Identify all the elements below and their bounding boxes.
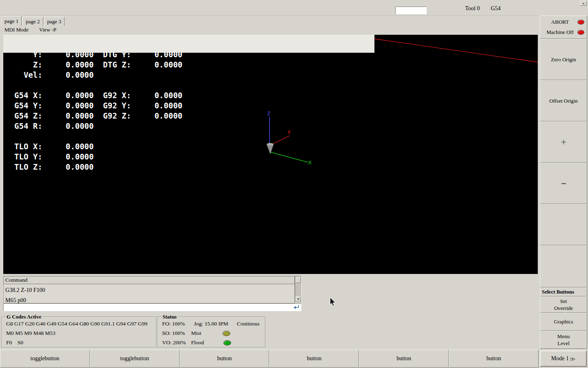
dro-line: TLO Y: 0.0000 <box>14 152 183 162</box>
scroll-up-button[interactable]: ▲ <box>580 1 587 6</box>
command-input[interactable] <box>4 304 293 310</box>
flood-label: Flood <box>191 339 204 346</box>
graphics-label: Graphics <box>554 319 573 325</box>
dro-line: Z: 0.0000 DTG Z: 0.0000 <box>14 60 183 70</box>
command-title: Command <box>5 277 27 283</box>
up-arrow-icon: ▲ <box>582 2 585 4</box>
bottom-button-5[interactable]: button <box>359 350 449 368</box>
y-axis-line <box>272 136 290 144</box>
graphics-button[interactable]: Graphics <box>540 313 587 331</box>
offset-origin-label: Offset Origin <box>549 98 577 104</box>
dro-line: TLO X: 0.0000 <box>14 141 183 152</box>
x-axis-label: X <box>308 159 312 166</box>
zoom-out-button[interactable] <box>540 163 587 204</box>
power-cell: ABORT Machine Off <box>540 16 587 39</box>
plus-icon <box>561 139 566 145</box>
bottom-button-4[interactable]: button <box>269 350 359 368</box>
command-header: Command <box>3 276 295 284</box>
command-input-wrap <box>3 303 301 311</box>
zero-origin-button[interactable]: Zero Origin <box>540 39 587 80</box>
preview-canvas[interactable]: Y: 0.0000 DTG Y: 0.0000 Z: 0.0000 DTG Z:… <box>3 35 538 274</box>
mode-button[interactable]: Mode 1 ▷▷ <box>540 350 587 367</box>
dro-line: TLO Z: 0.0000 <box>14 162 183 172</box>
dro-line: G54 R: 0.0000 <box>14 121 183 131</box>
dro-line: G54 Z: 0.0000 G92 Z: 0.0000 <box>14 111 183 121</box>
mist-label: Mist <box>191 330 201 337</box>
toggle-button-1[interactable]: togglebutton <box>0 350 90 368</box>
tool-cone-top <box>267 143 274 146</box>
down-arrow-icon: ▼ <box>297 298 300 301</box>
active-gcodes: G8 G17 G20 G40 G49 G54 G64 G80 G90 G91.1… <box>6 321 147 327</box>
tab-page-2[interactable]: page 2 <box>22 17 43 26</box>
bottom-button-3[interactable]: button <box>180 350 270 368</box>
x-axis-line <box>270 152 308 162</box>
active-mcodes: M0 M5 M9 M48 M53 <box>6 330 56 337</box>
active-wcs-label: G54 <box>491 5 501 12</box>
top-separator <box>0 15 539 16</box>
mouse-cursor <box>330 297 337 308</box>
mode-label: Mode 1 <box>551 355 569 362</box>
spindle-override-value: SO: 100% <box>162 330 185 337</box>
top-entry-field[interactable] <box>395 7 427 14</box>
jog-mode-value: Continous <box>237 321 260 327</box>
menu-view-p[interactable]: View -P <box>38 26 58 34</box>
menu-level-button[interactable]: Menu Level <box>540 331 587 349</box>
y-axis-label: Y <box>287 129 291 135</box>
dro-line <box>14 80 183 90</box>
command-scrollbar[interactable]: ▼ <box>295 276 302 303</box>
feed-override-value: FO: 100% <box>162 321 185 327</box>
dro-line: G54 X: 0.0000 G92 X: 0.0000 <box>14 90 183 101</box>
jog-speed-value: Jog: 15.00 IPM <box>194 321 228 327</box>
machine-off-led <box>577 30 584 35</box>
abort-button[interactable]: ABORT <box>540 17 587 27</box>
select-buttons-header: Select Buttons <box>540 287 587 296</box>
dro-line: G54 Y: 0.0000 G92 Y: 0.0000 <box>14 101 183 111</box>
bottom-button-bar: togglebutton togglebutton button button … <box>0 350 539 368</box>
command-history-item[interactable]: G38.2 Z-10 F100 <box>4 285 294 295</box>
sidebar-blank-button-2[interactable] <box>540 245 587 287</box>
gcodes-frame-title: G Codes Active <box>5 314 42 320</box>
dro-display: Y: 0.0000 DTG Y: 0.0000 Z: 0.0000 DTG Z:… <box>14 49 183 172</box>
set-override-button[interactable]: Set Override <box>540 296 587 313</box>
enter-icon <box>293 305 299 310</box>
tab-page-1[interactable]: page 1 <box>1 16 22 26</box>
tab-page-3[interactable]: page 3 <box>44 17 65 26</box>
menu-level-label: Menu Level <box>557 333 570 347</box>
page-tabs: page 1 page 2 page 3 <box>1 16 65 26</box>
machine-off-button[interactable]: Machine Off <box>540 27 587 38</box>
fast-forward-icon: ▷▷ <box>570 357 575 361</box>
status-frame: Status FO: 100% Jog: 15.00 IPM Continous… <box>157 316 266 348</box>
sidebar-blank-button-1[interactable] <box>540 204 587 245</box>
status-frame-title: Status <box>161 314 178 320</box>
app-window: Tool 0 G54 ▲ page 1 page 2 page 3 MDI Mo… <box>0 0 588 368</box>
right-sidebar: ABORT Machine Off Zero Origin Offset Ori… <box>540 16 587 350</box>
tool-status: Tool 0 G54 <box>465 5 501 12</box>
machine-off-label: Machine Off <box>543 29 577 36</box>
set-override-label: Set Override <box>554 298 573 312</box>
toggle-button-2[interactable]: togglebutton <box>90 350 180 368</box>
abort-label: ABORT <box>543 19 577 25</box>
abort-led <box>577 20 584 25</box>
zoom-in-button[interactable] <box>540 121 587 163</box>
menu-mdi-mode[interactable]: MDI Mode <box>3 26 30 34</box>
gcodes-frame: G Codes Active G8 G17 G20 G40 G49 G54 G6… <box>1 316 157 348</box>
menubar: MDI Mode View -P <box>3 25 58 34</box>
dro-line <box>14 131 183 141</box>
offset-origin-button[interactable]: Offset Origin <box>540 80 587 121</box>
mist-led <box>223 331 230 336</box>
select-buttons-title: Select Buttons <box>542 289 574 295</box>
scrollbar-thumb[interactable] <box>296 277 301 283</box>
toolpath-line <box>374 39 538 62</box>
active-fs-codes: F0 S0 <box>6 339 23 346</box>
zero-origin-label: Zero Origin <box>551 56 576 63</box>
dro-line: Vel: 0.0000 <box>14 70 183 80</box>
velocity-override-value: VO: 200% <box>162 339 186 346</box>
canvas-overlay-strip <box>3 35 374 53</box>
minus-icon <box>561 182 566 185</box>
scroll-down-button[interactable]: ▼ <box>296 296 301 302</box>
flood-led <box>223 340 231 346</box>
tool-number-label: Tool 0 <box>465 5 480 12</box>
command-history-list: G38.2 Z-10 F100 M65 p00 <box>3 284 295 303</box>
bottom-button-6[interactable]: button <box>449 350 539 368</box>
z-axis-label: Z <box>267 110 270 117</box>
